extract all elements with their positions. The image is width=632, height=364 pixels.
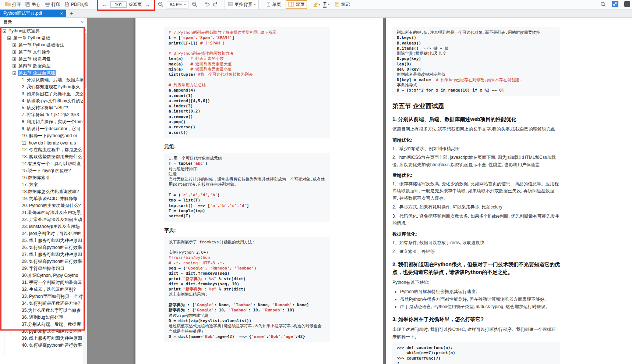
zoom-level-value: 84.6% [170,2,182,7]
toc-item[interactable]: 4. 请谈谈.pyc文件和.py文件的区 [0,97,83,104]
save-as-button[interactable]: 另存 [23,0,43,9]
toc-item[interactable]: 37.分别从前端、后端、数据库 [0,321,83,328]
toc-item[interactable]: 14.有没有一个工具可以帮助查 [0,160,83,167]
toc-item[interactable]: 39. 线上服务可能因为种种原因 [0,335,83,342]
paragraph: Python有以下缺陷: [392,279,560,286]
toc-item[interactable]: 13. 爬取这些数据都用来做什么 [0,153,83,160]
close-icon[interactable]: × [81,20,84,25]
toc-item[interactable]: 21.装饰器的写法以及应用场景 [0,209,83,216]
scrollbar-thumb[interactable] [84,33,86,88]
scroll-up-icon[interactable] [84,29,86,31]
toc-item[interactable]: 35.为什么函数名字可以当做参 [0,307,83,314]
prev-page-icon[interactable]: ← [101,2,108,7]
toc-item[interactable]: 3. 如果你困在了死循环里，怎么 [0,90,83,97]
toc-item[interactable]: 2. 我们都知道现在Python很火, [0,83,83,90]
document-tab[interactable]: Python面试宝典.pdf × [0,10,66,17]
code-line: 新增或者是修改键对应的值 [397,72,555,77]
document-canvas[interactable]: # 7.Python的列表的截取与字符串操作类型相同,如下所示L = ['spa… [87,18,632,364]
add-tab-button[interactable]: + [66,10,77,17]
tree-expand-icon[interactable] [13,43,16,47]
toc-item[interactable]: 第五节 企业面试题 [0,69,83,76]
toc-item[interactable]: 20. Python的主要功能是什么? [0,202,83,209]
toc-item[interactable]: 36. 遇到bug如何处理 [0,314,83,321]
note-button[interactable]: 笔记 [333,0,352,9]
edge-clipped-button[interactable] [623,0,632,9]
toc-item[interactable]: 12. 你在爬虫过程中，都是怎么 [0,146,83,153]
redo-button[interactable] [211,0,220,9]
toc-item-label: 13. 爬取这些数据都用来做什么 [21,154,83,160]
toc-item[interactable]: 26. 如何提高python的运行效率 [0,244,83,251]
toc-item[interactable]: 5. 请反转字符串 "aStr"? [0,104,83,111]
background-icon [228,2,233,7]
tree-expand-icon[interactable] [13,57,16,61]
tree-expand-icon[interactable] [13,50,16,54]
pdf-convert-button[interactable]: PDF转换 [63,0,91,9]
toc-item[interactable]: 11. how do I iterate over a s [0,139,83,146]
toc-item[interactable]: 第四节 数据类型 [0,63,83,69]
toc-item[interactable]: 23. isinstance作用以及应用场 [0,223,83,230]
toc-item[interactable]: 8. 利用切片操作，实现一个trim [0,118,83,125]
toc-item[interactable]: 28. 如何提高python的运行效率 [0,258,83,265]
link-plugin-button[interactable] [610,0,620,10]
toc-item-label: 19. 简单谈谈ACID, 并解释每 [21,196,78,202]
undo-button[interactable] [202,0,211,9]
open-button[interactable]: 打开 [3,0,23,9]
zoom-out-button[interactable] [156,0,165,9]
toc-item[interactable]: 16.数据库索引 [0,174,83,181]
toc-item[interactable]: 38. python新式类和经典类的区 [0,328,83,335]
double-page-button[interactable]: 双页 [286,0,307,9]
toc-item[interactable]: 第一章 Python基础 [0,35,83,42]
tree-collapse-icon[interactable] [3,29,6,33]
code-line: 以下实例展示了 fromkeys()函数的使用方法: [169,240,325,245]
change-background-button[interactable]: 更换背景 ▾ [225,0,259,9]
clipped-icon [624,1,630,8]
toc-item[interactable]: 34. 如何判断是函数还是方法? [0,300,83,307]
toc-item[interactable]: 30.介绍Cython, Pypy Cpytho [0,272,83,279]
outline-header: 目录 × [0,18,87,27]
toc-item[interactable]: 1. 分别从前端、后端、数据库阐述 [0,76,83,83]
paragraph: 1、缓存存储读写次数高, 变化少的数据, 比如网站首页的信息、商品的信息等。应用… [392,181,560,202]
sidebar-scrollbar[interactable] [83,28,87,364]
toc-item[interactable]: 第三节 模块与包 [0,56,83,63]
code-line: 删除字典(根据键)以及长度 [397,51,555,56]
code-line: print(L[-1]) # ['SPAM'] [169,41,325,46]
search-button[interactable] [599,0,607,9]
text-tool-button[interactable]: T ▾ [321,0,331,9]
toc-item[interactable]: Python面试宝典 [0,28,83,35]
toc-item[interactable]: 15.说一下 mysql 的原理? [0,167,83,174]
toc-item[interactable]: 25. 线上服务可能因为种种原因 [0,237,83,244]
toc-item-label: 第一章 Python基础 [13,35,51,41]
tree-expand-icon[interactable] [13,64,16,68]
code-line: a.sort() [169,130,325,135]
zoom-level-dropdown[interactable]: 84.6% ▾ [167,1,188,8]
open-folder-icon [5,2,11,7]
code-line: a.count(1) [169,93,325,99]
toc-item[interactable]: 33. Python里面如何拷贝一个对 [0,293,83,300]
toc-item[interactable]: 32. 生成器，迭代器的区别? [0,286,83,293]
toc-item[interactable]: 第二节 文件操作 [0,49,83,56]
toc-item[interactable]: 18.数据库怎么优化查询效率? [0,188,83,195]
highlighter-button[interactable]: ▾ [311,0,321,9]
toc-item[interactable]: 7. 将字符串 "k:1 |k1:2|k2:3|k3 [0,111,83,118]
toc-item-label: 29. 字符串的操作题目 [21,265,65,272]
toc-item[interactable]: 27. 线上服务可能因为种种原因 [0,251,83,258]
toc-item[interactable]: 17. 方案 [0,181,83,188]
toc-item[interactable]: 40. 如何提高python的运行效率 [0,342,83,349]
print-button[interactable]: 打印 [43,0,63,9]
page-number-input[interactable] [110,1,127,8]
zoom-in-button[interactable] [190,0,199,9]
tree-collapse-icon[interactable] [13,71,16,75]
toc-item[interactable]: 22. 异常处理写法以及如何主动 [0,216,83,223]
single-page-button[interactable]: 单页 [264,0,283,9]
toc-item[interactable]: 19. 简单谈谈ACID, 并解释每 [0,195,83,202]
next-page-icon[interactable]: → [144,2,151,7]
toc-item[interactable]: 第一节 Python基础语法 [0,42,83,49]
toc-item[interactable]: 24. json序列化时，可以处理的 [0,230,83,237]
toc-item[interactable]: 29. 字符串的操作题目 [0,265,83,272]
close-icon[interactable]: × [60,11,63,16]
toc-item[interactable]: 31. 手写一个判断时间的装饰器 [0,279,83,286]
code-line: D[key] = value # 如果key已经存在则修改,如果不存在就创建. [397,78,555,83]
tree-collapse-icon[interactable] [7,36,11,40]
toc-item[interactable]: 10. 解释一下python的and-or [0,132,83,139]
toc-item[interactable]: 9. 请设计一个decorator，它可 [0,125,83,132]
